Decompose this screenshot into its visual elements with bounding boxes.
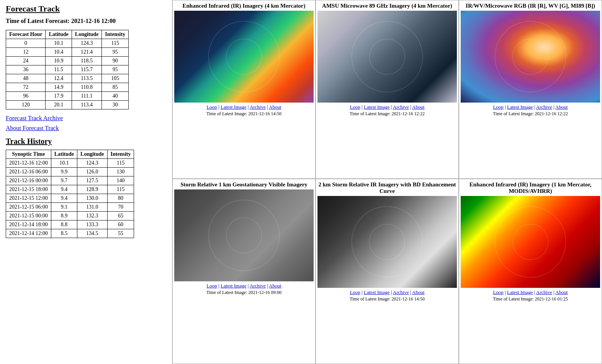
left-panel: Forecast Track Time of Latest Forecast: … <box>0 0 172 364</box>
forecast-cell: 30 <box>102 101 129 109</box>
image-link-about-ir-4km[interactable]: About <box>269 104 281 110</box>
forecast-cell: 115 <box>102 39 129 48</box>
image-title-ir-4km: Enhanced Infrared (IR) Imagery (4 km Mer… <box>182 3 305 9</box>
image-link-loop-ir-4km[interactable]: Loop <box>206 104 217 110</box>
image-link-archive-bd-enhancement[interactable]: Archive <box>393 289 409 295</box>
history-cell: 126.0 <box>77 168 107 176</box>
latest-forecast-value: 2021-12-16 12:00 <box>71 18 116 24</box>
image-cell-bd-enhancement: 2 km Storm Relative IR Imagery with BD E… <box>316 179 459 364</box>
history-row: 2021-12-16 00:009.7127.5140 <box>6 176 134 185</box>
history-cell: 2021-12-15 12:00 <box>6 194 51 203</box>
link-separator: | <box>217 283 221 289</box>
link-separator: | <box>266 104 269 110</box>
link-separator: | <box>389 289 393 295</box>
forecast-cell: 111.1 <box>72 92 101 101</box>
forecast-cell: 120 <box>6 101 46 109</box>
forecast-archive-link[interactable]: Forecast Track Archive <box>6 115 166 122</box>
image-cell-ir-4km: Enhanced Infrared (IR) Imagery (4 km Mer… <box>172 0 316 179</box>
link-separator: | <box>360 289 364 295</box>
history-cell: 2021-12-15 18:00 <box>6 185 51 194</box>
forecast-cell: 118.5 <box>72 57 101 65</box>
link-separator: | <box>533 289 536 295</box>
history-row: 2021-12-14 18:008.8133.360 <box>6 220 134 229</box>
forecast-cell: 40 <box>102 92 129 101</box>
track-history-title: Track History <box>6 137 166 146</box>
forecast-cell: 10.9 <box>46 57 72 65</box>
image-link-latest-image-ir-4km[interactable]: Latest Image <box>221 104 247 110</box>
forecast-cell: 36 <box>6 65 46 74</box>
forecast-cell: 20.1 <box>46 101 72 109</box>
link-separator: | <box>533 104 536 110</box>
forecast-cell: 113.5 <box>72 74 101 83</box>
image-link-about-ir-wv-rgb[interactable]: About <box>555 104 568 110</box>
link-separator: | <box>266 283 269 289</box>
forecast-cell: 48 <box>6 74 46 83</box>
satellite-image-ir-wv-rgb <box>461 11 600 103</box>
latest-forecast-label: Time of Latest Forecast: <box>6 18 70 24</box>
image-link-latest-image-ir-wv-rgb[interactable]: Latest Image <box>507 104 533 110</box>
image-time-modis-avhrr: Time of Latest Image: 2021-12-16 01:25 <box>493 296 568 302</box>
image-link-about-modis-avhrr[interactable]: About <box>555 289 568 295</box>
history-cell: 9.4 <box>51 185 77 194</box>
image-link-about-bd-enhancement[interactable]: About <box>412 289 425 295</box>
image-time-ir-4km: Time of Latest Image: 2021-12-16 14:50 <box>206 111 281 117</box>
forecast-cell: 115.7 <box>72 65 101 74</box>
forecast-cell: 17.9 <box>46 92 72 101</box>
image-link-latest-image-modis-avhrr[interactable]: Latest Image <box>507 289 533 295</box>
history-row: 2021-12-15 18:009.4128.9115 <box>6 185 134 194</box>
link-separator: | <box>504 104 507 110</box>
history-cell: 9.4 <box>51 194 77 203</box>
history-cell: 115 <box>107 185 134 194</box>
history-cell: 2021-12-15 06:00 <box>6 203 51 212</box>
image-link-archive-visible-1km[interactable]: Archive <box>250 283 266 289</box>
history-row: 2021-12-16 06:009.9126.0130 <box>6 168 134 176</box>
image-cell-ir-wv-rgb: IR/WV/Microwave RGB (IR [R], WV [G], MI8… <box>459 0 602 179</box>
forecast-cell: 85 <box>102 83 129 92</box>
image-link-archive-amsu-microwave[interactable]: Archive <box>393 104 409 110</box>
history-cell: 8.9 <box>51 212 77 220</box>
link-separator: | <box>389 104 393 110</box>
image-link-archive-ir-4km[interactable]: Archive <box>250 104 266 110</box>
history-cell: 2021-12-15 00:00 <box>6 212 51 220</box>
image-link-loop-bd-enhancement[interactable]: Loop <box>350 289 360 295</box>
satellite-image-visible-1km <box>174 189 314 281</box>
link-separator: | <box>409 289 412 295</box>
image-link-archive-ir-wv-rgb[interactable]: Archive <box>536 104 552 110</box>
forecast-col-lon: Longitude <box>72 30 101 39</box>
history-cell: 8.5 <box>51 229 77 238</box>
image-link-about-visible-1km[interactable]: About <box>269 283 281 289</box>
svg-point-8 <box>352 207 423 277</box>
image-link-latest-image-amsu-microwave[interactable]: Latest Image <box>364 104 390 110</box>
forecast-cell: 12 <box>6 48 46 57</box>
svg-point-1 <box>226 39 262 74</box>
image-link-archive-modis-avhrr[interactable]: Archive <box>536 289 552 295</box>
history-cell: 127.5 <box>77 176 107 185</box>
link-separator: | <box>552 289 555 295</box>
image-link-loop-ir-wv-rgb[interactable]: Loop <box>493 104 503 110</box>
history-cell: 133.3 <box>77 220 107 229</box>
image-time-bd-enhancement: Time of Latest Image: 2021-12-16 14:50 <box>350 296 425 302</box>
forecast-about-link[interactable]: About Forecast Track <box>6 125 166 132</box>
svg-point-3 <box>370 39 405 74</box>
image-time-ir-wv-rgb: Time of Latest Image: 2021-12-16 12:22 <box>493 111 568 117</box>
image-link-loop-modis-avhrr[interactable]: Loop <box>493 289 503 295</box>
image-links-amsu-microwave: Loop | Latest Image | Archive | About <box>350 104 424 110</box>
history-col-intensity: Intensity <box>107 150 134 159</box>
forecast-col-hour: Forecast Hour <box>6 30 46 39</box>
image-link-loop-visible-1km[interactable]: Loop <box>206 283 217 289</box>
history-col-lon: Longitude <box>77 150 107 159</box>
svg-point-11 <box>513 224 548 260</box>
main-layout: Forecast Track Time of Latest Forecast: … <box>0 0 602 364</box>
history-cell: 2021-12-14 12:00 <box>6 229 51 238</box>
forecast-table: Forecast Hour Latitude Longitude Intensi… <box>6 30 129 109</box>
history-cell: 131.0 <box>77 203 107 212</box>
history-col-lat: Latitude <box>51 150 77 159</box>
forecast-row: 3611.5115.795 <box>6 65 129 74</box>
forecast-cell: 95 <box>102 65 129 74</box>
link-separator: | <box>504 289 507 295</box>
link-separator: | <box>552 104 555 110</box>
image-link-about-amsu-microwave[interactable]: About <box>412 104 425 110</box>
image-link-loop-amsu-microwave[interactable]: Loop <box>350 104 360 110</box>
image-link-latest-image-bd-enhancement[interactable]: Latest Image <box>364 289 390 295</box>
image-link-latest-image-visible-1km[interactable]: Latest Image <box>221 283 247 289</box>
